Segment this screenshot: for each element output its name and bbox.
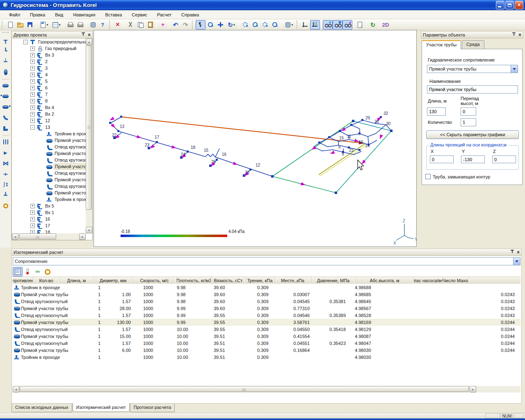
tree-expander[interactable]: + — [30, 53, 35, 57]
results-hscrollbar[interactable]: ◂ ||| ▸ — [13, 386, 520, 393]
tree-expander[interactable]: + — [30, 105, 35, 110]
select-cursor-button[interactable] — [196, 20, 205, 30]
table-row[interactable]: Прямой участок трубы 1 28.00 1000 9.99 3… — [13, 305, 520, 312]
print-preview-button[interactable] — [75, 20, 85, 30]
flange-pair-tool[interactable]: ⊣⊢ — [1, 169, 11, 179]
menu-item[interactable]: Навигация — [68, 11, 100, 18]
toolbar-grip[interactable] — [109, 21, 112, 29]
column-header[interactable]: Скорость, м/с — [132, 277, 177, 284]
tree-node[interactable]: + 3 — [12, 65, 86, 71]
name-input[interactable] — [427, 85, 518, 94]
closing-pipe-checkbox[interactable] — [425, 174, 431, 179]
branch-tool[interactable]: ┗ — [1, 46, 11, 56]
tree-expander[interactable]: + — [30, 217, 35, 221]
column-header[interactable]: Абс.высота, м — [356, 277, 414, 284]
table-row[interactable]: Тройник в проходе 1 1000 9.98 39.60 0.30… — [13, 284, 520, 291]
toolbar-grip[interactable] — [2, 21, 4, 29]
table-row[interactable]: Прямой участок трубы 1 130.00 1000 9.99 … — [13, 319, 520, 326]
tree-node[interactable]: + 4 — [12, 71, 86, 78]
recalculate-button[interactable]: ↻ — [368, 20, 378, 30]
tree-vscroll-thumb[interactable]: ||| — [86, 46, 92, 210]
pipe-inlet-tool[interactable] — [1, 91, 11, 101]
pump-tool[interactable]: ∫I — [1, 180, 11, 189]
proj-x-input[interactable] — [430, 155, 454, 163]
redo-button[interactable]: ↷ — [180, 20, 190, 30]
menu-item[interactable]: Правка — [25, 11, 50, 18]
tree-node[interactable]: Прямой участок трубы — [12, 189, 86, 196]
close-panel-icon[interactable]: × — [517, 250, 520, 254]
scroll-down-button[interactable]: ▾ — [86, 227, 92, 233]
drop-input[interactable] — [461, 107, 476, 116]
tree-node[interactable]: Прямой участок трубы — [12, 163, 86, 170]
zoom-in-button[interactable] — [205, 20, 215, 30]
tree-node[interactable]: + Вх 4 — [12, 104, 86, 111]
tree-expander[interactable]: + — [30, 119, 35, 123]
cut-button[interactable] — [126, 20, 135, 30]
tree-node[interactable]: + Вх 2 — [12, 111, 86, 117]
column-header[interactable]: Длина, м — [59, 277, 94, 284]
export-results-button[interactable] — [355, 20, 365, 30]
column-header[interactable]: Сопротивление — [13, 277, 33, 284]
menu-item[interactable]: Файл — [4, 11, 25, 18]
column-header[interactable]: Вязкость, сСт — [211, 277, 246, 284]
table-row[interactable]: Тройник в проходе 1 1000 10.00 39.51 0.3… — [13, 354, 520, 361]
scroll-right-button[interactable]: ▸ — [470, 386, 476, 393]
tee-pad-tool[interactable]: ┷ — [1, 57, 11, 66]
tree-expander[interactable]: + — [30, 59, 35, 64]
column-header[interactable]: Кол-во — [33, 277, 59, 284]
results-hscroll-thumb[interactable]: ||| — [20, 386, 469, 392]
table-row[interactable]: Прямой участок трубы 1 1.00 1000 9.98 39… — [13, 291, 520, 298]
tree-node[interactable]: Прямой участок трубы — [12, 176, 86, 183]
tree-vscrollbar[interactable]: ▴ ||| ▾ — [86, 39, 92, 233]
calc-mode-button[interactable]: ▾ — [38, 20, 50, 30]
pin-icon[interactable] — [512, 32, 516, 37]
tree-node[interactable]: Отвод крутоизогнутый — [12, 183, 86, 189]
tree-node[interactable]: Отвод крутоизогнутый — [12, 157, 86, 163]
edit-properties-button[interactable]: + — [158, 20, 168, 30]
tree-node[interactable]: - Газораспределительная — [12, 39, 86, 45]
length-input[interactable] — [427, 107, 446, 116]
tree-expander[interactable]: + — [30, 66, 35, 71]
tee-top-tool[interactable]: ┳ — [1, 35, 11, 45]
column-header[interactable]: Число Маха — [443, 277, 468, 284]
rotate-view-button[interactable]: ↻▾ — [225, 20, 237, 30]
zoom-window-button[interactable] — [240, 20, 250, 30]
table-mode-button[interactable]: ▾ — [50, 20, 62, 30]
tree-node[interactable]: + 6 — [12, 84, 86, 91]
help-button[interactable]: ? — [98, 20, 107, 30]
tree-node[interactable]: + 16 — [12, 216, 86, 222]
table-row[interactable]: Отвод крутоизогнутый 1 1.57 1000 10.00 3… — [13, 326, 520, 333]
open-file-button[interactable] — [15, 20, 25, 30]
run-element-tool[interactable]: ▶ — [1, 148, 11, 158]
count-input[interactable] — [461, 118, 476, 126]
results-combobox[interactable]: Сопротивления — [13, 257, 520, 265]
flow-view-button[interactable]: ≈≈ — [32, 267, 42, 276]
view-2d-button[interactable]: 2D — [381, 20, 390, 30]
tree-expander[interactable]: + — [30, 92, 35, 97]
tree-node[interactable]: + 2 — [12, 58, 86, 65]
table-row[interactable]: Отвод крутоизогнутый 1 1.57 1000 10.00 3… — [13, 340, 520, 347]
zoom-previous-button[interactable] — [270, 20, 280, 30]
show-flow-direction-button[interactable] — [342, 20, 352, 30]
tree-expander[interactable]: + — [30, 86, 35, 90]
tree-expander[interactable]: + — [30, 210, 35, 215]
database-button[interactable] — [88, 20, 98, 30]
proj-z-input[interactable] — [492, 155, 516, 163]
tree-node[interactable]: + Вх 5 — [12, 203, 86, 209]
tab-source-data[interactable]: Список исходных данных — [11, 404, 72, 412]
zoom-extents-button[interactable] — [260, 20, 270, 30]
menu-item[interactable]: Справка — [176, 11, 204, 18]
tree-node[interactable]: + Вх 1 — [12, 209, 86, 216]
tab-pipe-section[interactable]: Участок трубы — [422, 40, 461, 49]
tree-hscroll-thumb[interactable]: ||| — [19, 233, 56, 240]
pan-button[interactable] — [215, 20, 225, 30]
menu-item[interactable]: Вид — [50, 11, 68, 18]
valve-tool[interactable]: ⋈ — [1, 158, 11, 168]
tree-expander[interactable]: + — [30, 79, 35, 84]
ring-view-button[interactable] — [42, 267, 52, 276]
tree-expander[interactable]: + — [30, 99, 35, 103]
table-row[interactable]: Прямой участок трубы 1 15.00 1000 10.00 … — [13, 333, 520, 340]
column-header[interactable]: Трение, кПа — [246, 277, 274, 284]
delete-button[interactable]: × — [113, 20, 123, 30]
table-row[interactable]: Прямой участок трубы 1 6.00 1000 10.00 3… — [13, 347, 520, 354]
